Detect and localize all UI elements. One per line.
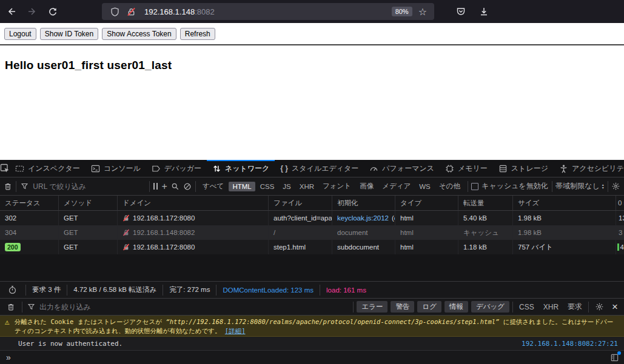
col-initiator[interactable]: 初期化 xyxy=(332,196,395,210)
download-icon[interactable] xyxy=(479,7,489,16)
tab-storage[interactable]: ストレージ xyxy=(493,160,554,177)
col-waterfall[interactable]: 0 m xyxy=(616,196,624,210)
warning-message: 分離された Cookie またはストレージアクセスが “http://192.1… xyxy=(15,317,618,336)
inspector-icon xyxy=(15,164,24,173)
tab-style-editor[interactable]: { } スタイルエディター xyxy=(275,160,364,177)
tab-performance[interactable]: パフォーマンス xyxy=(364,160,440,177)
throttling-select[interactable]: 帯域制限なし ▴▾ xyxy=(555,181,604,191)
request-row[interactable]: 302 GET 192.168.1.172:8080 auth?client_i… xyxy=(0,211,624,225)
network-settings-gear-icon[interactable] xyxy=(611,182,620,191)
show-id-token-button[interactable]: Show ID Token xyxy=(40,28,99,40)
filter-logs-button[interactable]: ログ xyxy=(417,301,441,313)
clear-console-icon[interactable] xyxy=(4,303,18,311)
col-type[interactable]: タイプ xyxy=(395,196,458,210)
reload-icon[interactable] xyxy=(44,3,62,20)
type-filter-ws[interactable]: WS xyxy=(415,182,434,191)
console-filter-funnel-icon xyxy=(26,303,36,311)
console-input-row: » xyxy=(0,351,624,364)
initiator-link[interactable]: keycloak.js:2012 xyxy=(337,214,389,222)
pause-traffic-icon[interactable] xyxy=(153,183,158,190)
type-filter-css[interactable]: CSS xyxy=(257,182,278,191)
filter-xhr-button[interactable]: XHR xyxy=(540,303,562,311)
console-log-row: User is now authenticated. 192.168.1.148… xyxy=(0,337,624,351)
warning-details-link[interactable]: [詳細] xyxy=(225,327,246,334)
type-filter-all[interactable]: すべて xyxy=(199,180,227,192)
type-filter-html[interactable]: HTML xyxy=(229,182,255,191)
insecure-lock-icon[interactable] xyxy=(127,7,136,16)
url-text[interactable]: 192.168.1.148:8082 xyxy=(144,7,392,16)
show-access-token-button[interactable]: Show Access Token xyxy=(102,28,176,40)
tab-inspector[interactable]: インスペクター xyxy=(10,160,86,177)
filter-css-button[interactable]: CSS xyxy=(516,303,537,311)
url-filter-input[interactable] xyxy=(33,182,142,191)
request-row[interactable]: 304 GET 192.168.1.148:8082 / document ht… xyxy=(0,225,624,240)
col-status[interactable]: ステータス xyxy=(0,196,59,210)
logout-button[interactable]: Logout xyxy=(4,28,36,40)
method-cell: GET xyxy=(59,211,118,225)
clear-requests-icon[interactable] xyxy=(4,182,12,191)
tab-console[interactable]: コンソール xyxy=(86,160,146,177)
tab-debugger[interactable]: デバッガー xyxy=(146,160,207,177)
bookmark-star-icon[interactable]: ☆ xyxy=(418,6,427,18)
block-request-icon[interactable] xyxy=(183,182,192,191)
transferred-cell: 1.18 kB xyxy=(458,240,513,254)
search-icon[interactable] xyxy=(171,182,179,191)
size-cell: 757 バイト xyxy=(513,240,616,254)
back-icon[interactable] xyxy=(2,3,21,20)
waterfall-bar xyxy=(617,243,619,251)
waterfall-cell: 4 xyxy=(616,240,624,254)
initiator-cell: subdocument xyxy=(332,240,395,254)
console-close-icon[interactable]: × xyxy=(609,301,620,313)
tab-network[interactable]: ネットワーク xyxy=(207,160,275,177)
performance-analysis-icon[interactable] xyxy=(5,285,19,294)
type-filter-other[interactable]: その他 xyxy=(435,180,464,192)
tab-accessibility[interactable]: アクセシビリティ xyxy=(554,160,624,177)
filter-info-button[interactable]: 情報 xyxy=(445,301,468,313)
tab-memory[interactable]: メモリー xyxy=(440,160,493,177)
filter-debug-button[interactable]: デバッグ xyxy=(471,301,509,313)
col-method[interactable]: メソッド xyxy=(59,196,118,210)
type-filter-fonts[interactable]: フォント xyxy=(319,180,355,192)
divider xyxy=(512,302,513,313)
type-filter-media[interactable]: メディア xyxy=(378,180,414,192)
request-row[interactable]: 200 GET 192.168.1.172:8080 step1.html su… xyxy=(0,240,624,254)
console-icon xyxy=(91,164,100,173)
filter-requests-button[interactable]: 要求 xyxy=(565,302,585,312)
filter-warnings-button[interactable]: 警告 xyxy=(391,301,414,313)
col-transferred[interactable]: 転送量 xyxy=(458,196,513,210)
console-toolbar: エラー 警告 ログ 情報 デバッグ CSS XHR 要求 × xyxy=(0,298,624,316)
shield-icon[interactable] xyxy=(110,7,119,16)
waterfall-cell: 3 m xyxy=(616,225,624,240)
forward-icon[interactable] xyxy=(23,3,41,20)
type-filter-xhr[interactable]: XHR xyxy=(296,182,318,191)
filter-errors-button[interactable]: エラー xyxy=(357,301,387,313)
split-console-icon[interactable] xyxy=(610,353,619,362)
col-domain[interactable]: ドメイン xyxy=(118,196,269,210)
pocket-icon[interactable] xyxy=(456,7,466,16)
col-size[interactable]: サイズ xyxy=(513,196,616,210)
type-filter-js[interactable]: JS xyxy=(279,182,294,191)
col-file[interactable]: ファイル xyxy=(269,196,332,210)
refresh-button[interactable]: Refresh xyxy=(180,28,215,40)
size-cell: 1.98 kB xyxy=(513,211,616,225)
zoom-level-badge[interactable]: 80% xyxy=(392,7,412,16)
console-filter-input[interactable] xyxy=(39,303,149,311)
pick-element-icon[interactable] xyxy=(0,160,10,177)
divider xyxy=(163,285,163,296)
console-settings-gear-icon[interactable] xyxy=(592,302,606,311)
disable-cache-checkbox[interactable]: キャッシュを無効化 xyxy=(471,181,548,191)
devtools-tabbar: インスペクター コンソール デバッガー ネットワーク { } スタイルエディター xyxy=(0,160,624,177)
add-request-icon[interactable]: + xyxy=(161,181,167,192)
browser-toolbar: 192.168.1.148:8082 80% ☆ xyxy=(0,0,624,23)
log-source-link[interactable]: 192.168.1.148:8082:27:21 xyxy=(522,340,618,348)
domain-cell: 192.168.1.172:8080 xyxy=(118,240,269,254)
network-summary-bar: 要求 3 件 4.72 kB / 6.58 kB 転送済み 完了: 272 ms… xyxy=(0,281,624,298)
finish-time: 完了: 272 ms xyxy=(169,285,210,294)
token-button-row: Logout Show ID Token Show Access Token R… xyxy=(0,23,624,40)
type-filter-images[interactable]: 画像 xyxy=(356,180,377,192)
request-type-filters: すべて HTML CSS JS XHR フォント 画像 メディア WS その他 xyxy=(199,180,464,192)
waterfall-cell: 13 xyxy=(616,211,624,225)
console-prompt-chevron[interactable]: » xyxy=(6,352,11,362)
url-bar[interactable]: 192.168.1.148:8082 80% ☆ xyxy=(102,3,434,20)
debugger-icon xyxy=(152,164,161,173)
